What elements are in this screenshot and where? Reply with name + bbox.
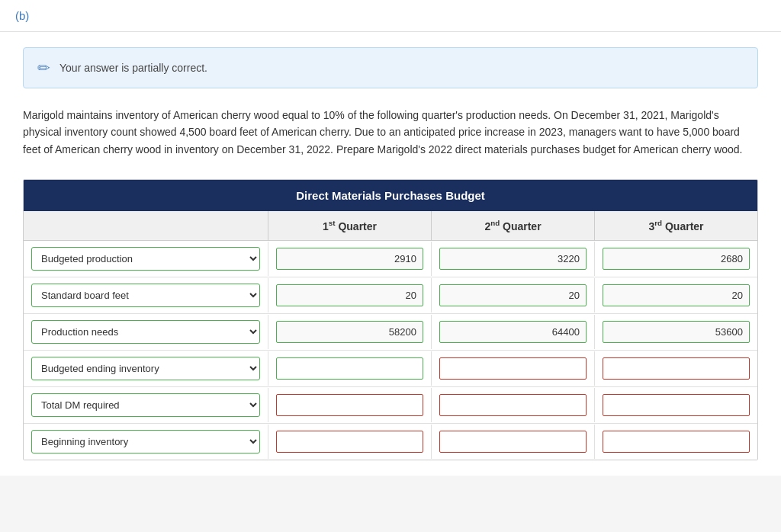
input-cell-3-q3 bbox=[594, 351, 757, 386]
row-label-cell-5: Beginning inventory bbox=[24, 424, 268, 460]
row-label-cell-4: Total DM required bbox=[24, 387, 268, 423]
row-label-cell-0: Budgeted production bbox=[24, 241, 268, 277]
input-cell-1-q1 bbox=[268, 278, 431, 312]
input-5-q3[interactable] bbox=[603, 431, 750, 453]
input-2-q2[interactable] bbox=[439, 321, 587, 343]
row-label-cell-2: Production needs bbox=[24, 314, 268, 350]
col-header-label bbox=[24, 211, 268, 240]
table-row: Production needs bbox=[24, 314, 757, 351]
input-5-q2[interactable] bbox=[439, 431, 587, 453]
input-0-q3[interactable] bbox=[603, 248, 750, 270]
input-cell-5-q2 bbox=[431, 425, 594, 459]
col-header-q2: 2nd Quarter bbox=[431, 211, 594, 240]
row-label-cell-1: Standard board feet bbox=[24, 277, 268, 313]
input-cell-1-q3 bbox=[594, 278, 757, 312]
input-4-q1[interactable] bbox=[276, 394, 423, 416]
table-row: Budgeted ending inventory bbox=[24, 351, 757, 387]
input-cell-4-q2 bbox=[431, 388, 594, 422]
input-cell-0-q3 bbox=[594, 242, 757, 276]
table-row: Budgeted production bbox=[24, 241, 757, 277]
table-row: Total DM required bbox=[24, 387, 757, 424]
input-1-q2[interactable] bbox=[439, 284, 587, 306]
input-2-q3[interactable] bbox=[603, 321, 750, 343]
row-label-select-5[interactable]: Beginning inventory bbox=[31, 430, 260, 453]
alert-text: Your answer is partially correct. bbox=[59, 62, 207, 74]
input-cell-3-q2 bbox=[431, 351, 594, 386]
input-cell-5-q1 bbox=[268, 425, 431, 459]
input-4-q3[interactable] bbox=[603, 394, 750, 416]
col-header-q1: 1st Quarter bbox=[268, 211, 431, 240]
input-1-q3[interactable] bbox=[603, 284, 750, 306]
input-3-q3[interactable] bbox=[603, 357, 750, 380]
input-4-q2[interactable] bbox=[439, 394, 587, 416]
table-title: Direct Materials Purchases Budget bbox=[24, 180, 757, 211]
pencil-icon: ✏ bbox=[37, 59, 50, 77]
table-row: Beginning inventory bbox=[24, 424, 757, 460]
row-label-select-3[interactable]: Budgeted ending inventory bbox=[31, 357, 260, 380]
input-0-q1[interactable] bbox=[276, 248, 423, 270]
content-area: ✏ Your answer is partially correct. Mari… bbox=[0, 32, 781, 476]
input-3-q2[interactable] bbox=[439, 357, 587, 380]
input-cell-0-q2 bbox=[431, 242, 594, 276]
input-0-q2[interactable] bbox=[439, 248, 587, 270]
input-1-q1[interactable] bbox=[276, 284, 423, 306]
input-2-q1[interactable] bbox=[276, 321, 423, 343]
input-cell-2-q2 bbox=[431, 315, 594, 349]
col-header-q3: 3rd Quarter bbox=[594, 211, 757, 240]
input-5-q1[interactable] bbox=[276, 431, 423, 453]
input-cell-2-q1 bbox=[268, 315, 431, 349]
input-3-q1[interactable] bbox=[276, 357, 423, 380]
row-label-select-4[interactable]: Total DM required bbox=[31, 393, 260, 417]
row-label-select-0[interactable]: Budgeted production bbox=[31, 247, 260, 271]
input-cell-5-q3 bbox=[594, 425, 757, 459]
row-label-select-2[interactable]: Production needs bbox=[31, 320, 260, 344]
section-label: (b) bbox=[0, 0, 781, 32]
table-sub-header: 1st Quarter 2nd Quarter 3rd Quarter bbox=[24, 211, 757, 241]
section-label-text: (b) bbox=[15, 9, 29, 22]
budget-table: Direct Materials Purchases Budget 1st Qu… bbox=[23, 179, 758, 460]
input-cell-3-q1 bbox=[268, 351, 431, 386]
page-wrapper: (b) ✏ Your answer is partially correct. … bbox=[0, 0, 781, 476]
table-row: Standard board feet bbox=[24, 277, 757, 314]
input-cell-0-q1 bbox=[268, 242, 431, 276]
input-cell-4-q3 bbox=[594, 388, 757, 422]
input-cell-4-q1 bbox=[268, 388, 431, 422]
description-text: Marigold maintains inventory of American… bbox=[23, 107, 758, 158]
row-label-select-1[interactable]: Standard board feet bbox=[31, 284, 260, 307]
row-label-cell-3: Budgeted ending inventory bbox=[24, 351, 268, 386]
input-cell-2-q3 bbox=[594, 315, 757, 349]
alert-box: ✏ Your answer is partially correct. bbox=[23, 47, 758, 88]
input-cell-1-q2 bbox=[431, 278, 594, 312]
